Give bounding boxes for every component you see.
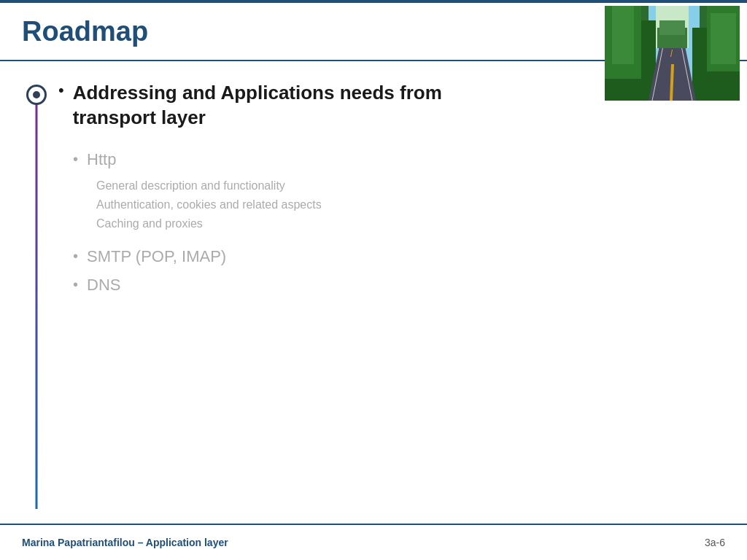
footer-slide-number: 3a-6 — [705, 537, 725, 548]
sub-item-auth: Authentication, cookies and related aspe… — [96, 195, 725, 214]
sub-item-caching: Caching and proxies — [96, 214, 725, 233]
svg-rect-8 — [711, 13, 736, 64]
smtp-label: SMTP (POP, IMAP) — [87, 246, 226, 268]
active-item-text: Addressing and Applications needs from t… — [73, 81, 442, 131]
active-item: • Addressing and Applications needs from… — [58, 81, 725, 131]
footer-author: Marina Papatriantafilou – Application la… — [22, 537, 228, 548]
list-item: • SMTP (POP, IMAP) — [58, 246, 725, 268]
active-indicator-inner — [33, 91, 40, 98]
inactive-bullet: • — [73, 149, 78, 169]
items-area: • Addressing and Applications needs from… — [58, 77, 725, 509]
http-sub-items: General description and functionality Au… — [58, 176, 725, 233]
inactive-bullet: • — [73, 274, 78, 295]
left-bar-area — [15, 77, 58, 509]
svg-rect-7 — [612, 6, 634, 64]
main-content: • Addressing and Applications needs from… — [0, 63, 747, 524]
active-bullet: • — [58, 82, 64, 98]
dns-label: DNS — [87, 274, 120, 297]
svg-rect-17 — [659, 20, 685, 35]
http-label: Http — [87, 149, 116, 171]
list-item: • DNS — [58, 274, 725, 297]
list-item: • Http — [58, 149, 725, 171]
footer: Marina Papatriantafilou – Application la… — [0, 524, 747, 560]
inactive-bullet: • — [73, 246, 78, 266]
header: Roadmap — [0, 3, 747, 61]
sub-item-general: General description and functionality — [96, 176, 725, 195]
active-indicator — [26, 85, 47, 105]
vertical-line — [36, 95, 38, 509]
